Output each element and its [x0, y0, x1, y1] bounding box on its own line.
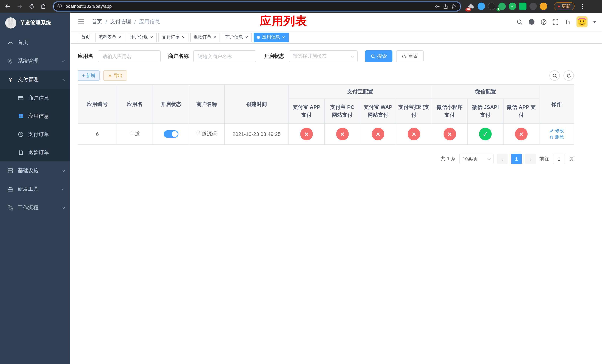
- search-button[interactable]: 搜索: [365, 50, 392, 62]
- sidebar-item-payment[interactable]: ¥ 支付管理: [0, 70, 70, 89]
- update-alert-dot: [558, 5, 560, 7]
- tab-user-group[interactable]: 用户分组 ×: [127, 32, 157, 42]
- share-icon[interactable]: [443, 3, 448, 9]
- extensions-puzzle-icon[interactable]: 10: [467, 3, 475, 10]
- breadcrumb-payment[interactable]: 支付管理: [110, 19, 131, 25]
- prev-page-button[interactable]: ‹: [497, 154, 508, 164]
- refresh-button[interactable]: [563, 70, 574, 81]
- filter-form: 应用名 商户名称 开启状态 请选择开启状态: [78, 50, 574, 62]
- sidebar-item-refund-orders[interactable]: 退款订单: [0, 143, 70, 161]
- col-merchant: 商户名称: [189, 85, 225, 124]
- sidebar-item-payment-orders[interactable]: 支付订单: [0, 125, 70, 143]
- github-icon[interactable]: [528, 19, 535, 25]
- app-title: 芋道管理系统: [20, 20, 51, 26]
- tab-app-info[interactable]: 应用信息 ×: [254, 32, 289, 42]
- url-text: localhost:1024/pay/app: [64, 4, 432, 9]
- extension-icon[interactable]: 1: [498, 3, 506, 10]
- extension-icon[interactable]: [529, 3, 537, 10]
- address-bar[interactable]: ⓘ localhost:1024/pay/app: [53, 2, 461, 11]
- col-wechat-mini: 微信小程序支付: [432, 99, 467, 124]
- col-created: 创建时间: [225, 85, 289, 124]
- font-size-icon[interactable]: [564, 19, 571, 25]
- toggle-search-button[interactable]: [549, 70, 560, 81]
- browser-update-button[interactable]: 更新: [554, 2, 575, 10]
- extension-icon[interactable]: [488, 3, 495, 10]
- col-actions: 操作: [539, 85, 574, 124]
- status-select[interactable]: 请选择开启状态: [289, 50, 358, 62]
- page-content: 应用名 商户名称 开启状态 请选择开启状态: [70, 44, 602, 164]
- alipay-wap-status-icon: ×: [372, 128, 384, 140]
- extension-badge: 10: [465, 8, 471, 11]
- col-alipay-wap: 支付宝 WAP 网站支付: [360, 99, 396, 124]
- sidebar-item-workflow[interactable]: 工作流程: [0, 198, 70, 217]
- sidebar-item-merchant-info[interactable]: 商户信息: [0, 89, 70, 107]
- wechat-jsapi-status-icon: ✓: [479, 128, 492, 140]
- cell-status: [153, 124, 189, 145]
- password-key-icon[interactable]: [435, 3, 440, 9]
- browser-back-button[interactable]: [3, 1, 13, 11]
- workflow-icon: [7, 205, 13, 211]
- chevron-down-icon: [62, 59, 65, 62]
- extension-icon[interactable]: ✓: [509, 3, 516, 10]
- extension-icon[interactable]: [478, 3, 485, 10]
- clock-icon: [18, 131, 24, 137]
- app-name-input[interactable]: [98, 50, 161, 62]
- tab-close-icon[interactable]: ×: [245, 35, 248, 40]
- sidebar-item-home[interactable]: 首页: [0, 33, 70, 52]
- chevron-down-icon: [62, 187, 65, 190]
- toggle-knob: [172, 131, 178, 137]
- app-logo[interactable]: 芋道管理系统: [0, 13, 70, 33]
- browser-menu-icon[interactable]: ⋮: [580, 3, 585, 10]
- extension-icon[interactable]: [540, 3, 547, 10]
- bookmark-star-icon[interactable]: [451, 3, 456, 9]
- browser-forward-button[interactable]: [15, 1, 24, 11]
- tab-close-icon[interactable]: ×: [118, 35, 122, 40]
- tab-merchant-info[interactable]: 商户信息 ×: [222, 32, 252, 42]
- caret-down-icon[interactable]: [593, 21, 596, 23]
- export-button[interactable]: 导出: [103, 70, 127, 81]
- tab-refund-orders[interactable]: 退款订单 ×: [190, 32, 220, 42]
- browser-home-button[interactable]: [39, 1, 48, 11]
- breadcrumb-home[interactable]: 首页: [92, 19, 102, 25]
- browser-reload-button[interactable]: [27, 1, 36, 11]
- reset-button[interactable]: 重置: [396, 50, 424, 62]
- wechat-mini-status-icon: ×: [443, 128, 456, 140]
- tab-close-icon[interactable]: ×: [282, 35, 285, 40]
- page-number-button[interactable]: 1: [511, 154, 522, 164]
- enabled-toggle[interactable]: [163, 130, 178, 138]
- extension-icon[interactable]: [519, 3, 527, 10]
- tab-process-form[interactable]: 流程表单 ×: [95, 32, 125, 42]
- site-info-icon[interactable]: ⓘ: [57, 3, 62, 10]
- search-icon[interactable]: [516, 19, 523, 25]
- delete-button[interactable]: 删除: [549, 134, 564, 140]
- avatar[interactable]: [576, 16, 588, 27]
- edit-button[interactable]: 修改: [549, 128, 564, 134]
- next-page-button[interactable]: ›: [525, 154, 536, 164]
- navbar-actions: [516, 16, 596, 27]
- plus-icon: +: [82, 73, 85, 78]
- app-name-label: 应用名: [78, 53, 93, 60]
- tab-close-icon[interactable]: ×: [182, 35, 185, 40]
- col-alipay-qr: 支付宝扫码支付: [396, 99, 432, 124]
- tab-home[interactable]: 首页: [78, 32, 93, 42]
- tab-payment-orders[interactable]: 支付订单 ×: [159, 32, 188, 42]
- merchant-name-input[interactable]: [193, 50, 256, 62]
- screen: ⓘ localhost:1024/pay/app 10 1 ✓: [0, 0, 602, 364]
- add-button[interactable]: + 新增: [78, 70, 100, 81]
- breadcrumb: 首页 / 支付管理 / 应用信息: [92, 19, 160, 25]
- help-icon[interactable]: [540, 19, 547, 25]
- toolbox-icon: [7, 186, 13, 192]
- hamburger-icon[interactable]: [76, 19, 86, 25]
- sidebar-item-dev-tools[interactable]: 研发工具: [0, 180, 70, 198]
- extension-badge: 1: [496, 8, 500, 11]
- fullscreen-icon[interactable]: [552, 19, 559, 25]
- sidebar-item-system[interactable]: 系统管理: [0, 52, 70, 70]
- chevron-down-icon: [62, 169, 65, 172]
- tab-close-icon[interactable]: ×: [150, 35, 153, 40]
- sidebar-item-infrastructure[interactable]: 基础设施: [0, 161, 70, 180]
- sidebar-item-app-info[interactable]: 应用信息: [0, 107, 70, 125]
- tab-close-icon[interactable]: ×: [213, 35, 217, 40]
- page-size-select[interactable]: 10条/页: [460, 154, 494, 164]
- merchant-name-label: 商户名称: [168, 53, 189, 60]
- goto-page-input[interactable]: [553, 154, 565, 164]
